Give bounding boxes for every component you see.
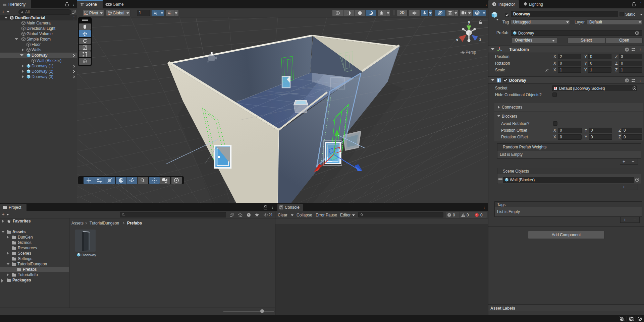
svg-text:z: z bbox=[479, 37, 481, 41]
svg-text:Y: Y bbox=[156, 13, 157, 15]
svg-text:Persp: Persp bbox=[466, 50, 476, 55]
svg-text:y: y bbox=[468, 20, 470, 24]
svg-text:?: ? bbox=[626, 48, 628, 52]
svg-text:x: x bbox=[456, 38, 459, 42]
svg-text:?: ? bbox=[626, 79, 628, 82]
